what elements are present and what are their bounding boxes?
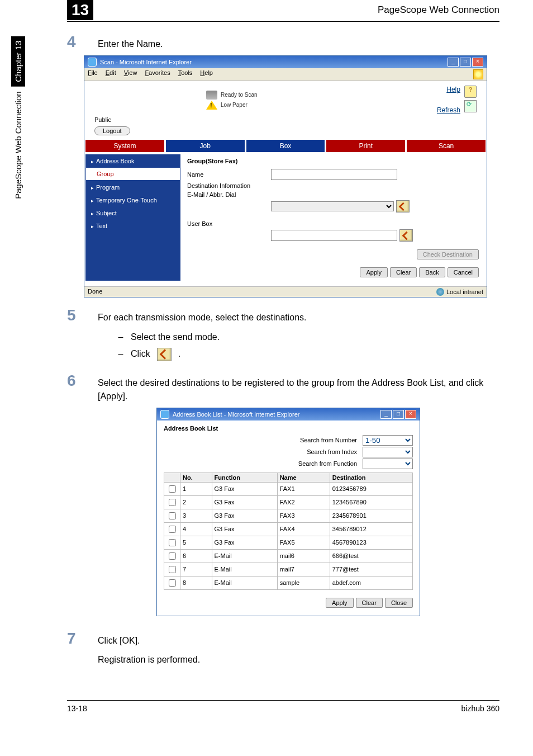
refresh-icon[interactable] — [464, 100, 477, 112]
tab-print[interactable]: Print — [326, 140, 405, 152]
check-destination-button[interactable]: Check Destination — [417, 249, 479, 259]
nav-subject[interactable]: Subject — [85, 206, 180, 219]
step5-sub1: Select the send mode. — [131, 329, 220, 346]
cell-no: 5 — [180, 536, 212, 549]
browser-window: Scan - Microsoft Internet Explorer _ □ ×… — [84, 55, 487, 297]
row-checkbox[interactable] — [169, 526, 176, 533]
maximize-button[interactable]: □ — [393, 410, 404, 419]
maximize-button[interactable]: □ — [460, 58, 471, 67]
step-text: For each transmission mode, select the d… — [98, 306, 307, 324]
tab-system[interactable]: System — [85, 140, 164, 152]
search-number-label: Search from Number — [300, 437, 357, 443]
page-title: PageScope Web Connection — [378, 4, 499, 16]
nav-temporary[interactable]: Temporary One-Touch — [85, 193, 180, 206]
name-input[interactable] — [271, 169, 397, 180]
userbox-input[interactable] — [271, 230, 397, 241]
cell-function: E-Mail — [212, 549, 277, 563]
cell-name: FAX5 — [277, 536, 330, 549]
step-number: 7 — [67, 630, 84, 667]
mode-type-label: E-Mail / Abbr. Dial — [187, 191, 271, 198]
col-name: Name — [277, 472, 330, 482]
search-number-select[interactable]: 1-50 — [363, 435, 413, 446]
help-link[interactable]: Help — [446, 86, 460, 93]
step-text: Select the desired destinations to be re… — [98, 372, 499, 403]
cell-destination: 777@test — [330, 563, 412, 576]
cell-no: 8 — [180, 576, 212, 589]
table-row: 7E-Mailmail7777@test — [164, 563, 413, 576]
menu-help[interactable]: Help — [200, 69, 213, 79]
step-text: Enter the Name. — [98, 33, 163, 51]
row-checkbox[interactable] — [169, 485, 176, 493]
tab-job[interactable]: Job — [166, 140, 245, 152]
minimize-button[interactable]: _ — [380, 410, 392, 419]
search-function-label: Search from Function — [298, 460, 357, 467]
search-index-select[interactable] — [363, 447, 413, 457]
step-6: 6 Select the desired destinations to be … — [67, 372, 499, 403]
cell-name: FAX1 — [277, 482, 330, 495]
apply-button[interactable]: Apply — [360, 267, 388, 277]
side-nav: Address Book Group Program Temporary One… — [85, 154, 180, 281]
dialog-clear-button[interactable]: Clear — [356, 598, 383, 608]
table-row: 2G3 FaxFAX21234567890 — [164, 495, 413, 509]
cell-destination: 2345678901 — [330, 509, 412, 522]
menu-view[interactable]: View — [124, 69, 137, 79]
cell-function: G3 Fax — [212, 536, 277, 549]
row-checkbox[interactable] — [169, 552, 176, 560]
menu-bar: File Edit View Favorites Tools Help — [84, 68, 487, 81]
dialog-apply-button[interactable]: Apply — [326, 598, 354, 608]
row-checkbox[interactable] — [169, 499, 176, 506]
clear-button[interactable]: Clear — [390, 267, 417, 277]
address-list-dialog: Address Book List - Microsoft Internet E… — [156, 408, 420, 616]
userbox-picker-icon[interactable] — [399, 229, 413, 242]
search-function-select[interactable] — [363, 459, 413, 469]
address-picker-icon — [157, 348, 172, 361]
close-button[interactable]: × — [405, 410, 416, 419]
cell-no: 2 — [180, 495, 212, 509]
nav-program[interactable]: Program — [85, 181, 180, 193]
cell-function: G3 Fax — [212, 482, 277, 495]
side-tab: PageScope Web Connection Chapter 13 — [11, 31, 29, 201]
row-checkbox[interactable] — [169, 566, 176, 573]
name-label: Name — [187, 171, 271, 178]
row-checkbox[interactable] — [169, 579, 176, 587]
step5-sub2-pre: Click — [131, 346, 150, 362]
nav-addressbook[interactable]: Address Book — [85, 154, 180, 167]
minimize-button[interactable]: _ — [448, 58, 459, 67]
nav-text[interactable]: Text — [85, 219, 180, 232]
back-button[interactable]: Back — [419, 267, 445, 277]
help-icon[interactable]: ? — [464, 86, 477, 98]
step7-text1: Click [OK]. — [98, 634, 200, 648]
cell-destination: abdef.com — [330, 576, 412, 589]
refresh-link[interactable]: Refresh — [437, 106, 460, 114]
table-row: 4G3 FaxFAX43456789012 — [164, 522, 413, 536]
menu-tools[interactable]: Tools — [178, 69, 193, 79]
table-row: 1G3 FaxFAX10123456789 — [164, 482, 413, 495]
step-number: 4 — [67, 33, 84, 51]
tab-box[interactable]: Box — [246, 140, 325, 152]
scanner-icon — [206, 91, 217, 100]
ie-icon — [88, 58, 97, 67]
row-checkbox[interactable] — [169, 539, 176, 546]
mode-label: Public — [84, 115, 487, 124]
cell-no: 4 — [180, 522, 212, 536]
footer-left: 13-18 — [67, 704, 87, 713]
status-done: Done — [88, 288, 102, 295]
mode-select[interactable] — [271, 201, 394, 211]
step-4: 4 Enter the Name. — [67, 33, 499, 51]
cell-no: 6 — [180, 549, 212, 563]
tab-scan[interactable]: Scan — [407, 140, 486, 152]
row-checkbox[interactable] — [169, 512, 176, 519]
cancel-button[interactable]: Cancel — [448, 267, 479, 277]
table-row: 5G3 FaxFAX54567890123 — [164, 536, 413, 549]
cell-destination: 4567890123 — [330, 536, 412, 549]
zone-icon — [436, 288, 444, 296]
menu-file[interactable]: File — [88, 69, 98, 79]
logout-button[interactable]: Logout — [94, 126, 130, 135]
close-button[interactable]: × — [472, 58, 483, 67]
nav-group[interactable]: Group — [85, 167, 180, 181]
cell-function: E-Mail — [212, 563, 277, 576]
dialog-close-button[interactable]: Close — [385, 598, 413, 608]
menu-favorites[interactable]: Favorites — [145, 69, 170, 79]
address-picker-icon[interactable] — [396, 200, 410, 212]
menu-edit[interactable]: Edit — [106, 69, 116, 79]
